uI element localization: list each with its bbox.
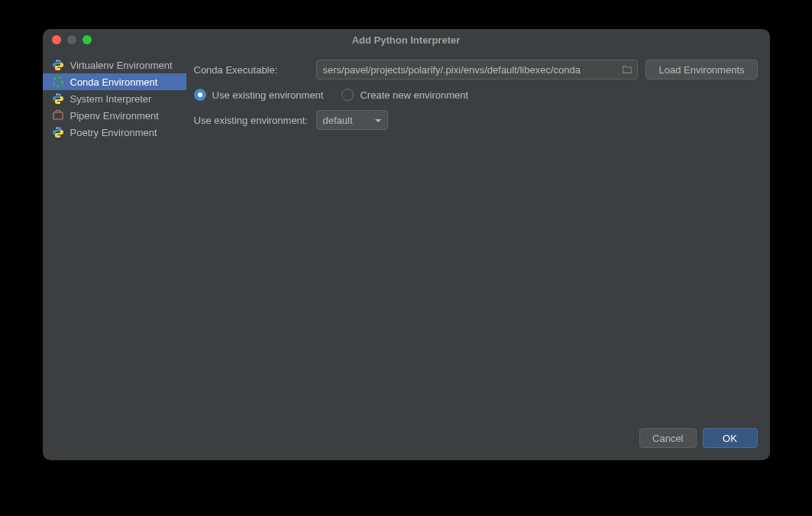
dialog-content: Virtualenv Environment Conda Environment (43, 50, 770, 419)
svg-point-4 (59, 102, 60, 103)
environment-mode-row: Use existing environment Create new envi… (194, 89, 758, 101)
radio-button (194, 89, 206, 101)
load-environments-button[interactable]: Load Environments (645, 60, 757, 80)
sidebar-item-label: Pipenv Environment (70, 110, 159, 122)
folder-icon (622, 64, 632, 75)
sidebar-item-conda[interactable]: Conda Environment (43, 73, 186, 90)
main-panel: Conda Executable: Load Environments (186, 50, 770, 419)
sidebar-item-virtualenv[interactable]: Virtualenv Environment (43, 57, 186, 73)
window-title: Add Python Interpreter (52, 34, 761, 46)
svg-point-2 (53, 77, 63, 86)
traffic-lights (52, 35, 92, 44)
sidebar-item-label: Poetry Environment (70, 127, 157, 138)
sidebar-item-pipenv[interactable]: Pipenv Environment (43, 107, 186, 124)
svg-point-0 (56, 60, 57, 61)
environment-select[interactable]: default (316, 110, 388, 130)
svg-point-3 (56, 94, 57, 95)
ok-button[interactable]: OK (703, 428, 758, 448)
svg-point-6 (56, 128, 57, 128)
radio-label: Create new environment (360, 89, 468, 101)
svg-point-7 (59, 136, 60, 137)
interpreter-type-sidebar: Virtualenv Environment Conda Environment (43, 50, 186, 419)
use-existing-env-row: Use existing environment: default (194, 110, 758, 130)
sidebar-item-label: Virtualenv Environment (70, 60, 173, 71)
cancel-button[interactable]: Cancel (639, 428, 696, 448)
radio-label: Use existing environment (212, 89, 324, 101)
sidebar-item-poetry[interactable]: Poetry Environment (43, 124, 186, 141)
sidebar-item-label: Conda Environment (70, 76, 158, 88)
dialog-footer: Cancel OK (43, 419, 770, 460)
selected-environment-value: default (323, 115, 353, 126)
dialog-window: Add Python Interpreter Virtualenv Enviro… (43, 29, 770, 460)
python-icon (52, 92, 64, 105)
create-new-radio-option[interactable]: Create new environment (341, 89, 468, 101)
sidebar-item-label: System Interpreter (70, 93, 152, 105)
radio-button (341, 89, 354, 101)
python-icon (52, 59, 64, 71)
titlebar: Add Python Interpreter (43, 29, 770, 50)
python-icon (52, 126, 64, 138)
conda-icon (52, 76, 64, 88)
minimize-window-button[interactable] (67, 35, 76, 44)
sidebar-item-system[interactable]: System Interpreter (43, 90, 186, 107)
browse-folder-button[interactable] (621, 63, 633, 76)
environment-mode-radio-group: Use existing environment Create new envi… (194, 89, 469, 101)
svg-rect-5 (53, 112, 63, 119)
conda-executable-input[interactable] (316, 60, 639, 80)
conda-executable-row: Conda Executable: Load Environments (194, 60, 758, 80)
conda-executable-input-wrapper (316, 60, 639, 80)
conda-executable-label: Conda Executable: (194, 64, 309, 76)
svg-point-1 (59, 69, 60, 70)
use-existing-radio-option[interactable]: Use existing environment (194, 89, 324, 101)
close-window-button[interactable] (52, 35, 61, 44)
maximize-window-button[interactable] (82, 35, 92, 44)
pipenv-icon (52, 109, 64, 122)
use-existing-label: Use existing environment: (194, 115, 309, 126)
